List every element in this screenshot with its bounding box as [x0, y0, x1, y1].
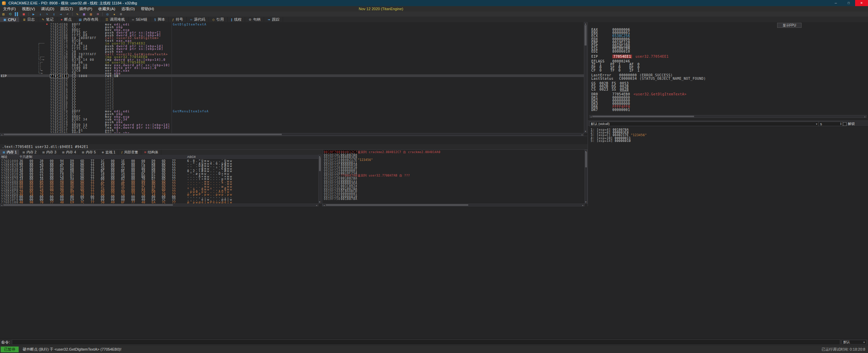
stack-row[interactable]: 0019F7140040217E"123456"	[322, 158, 584, 161]
disasm-row[interactable]: ┆77054ECBE8 7077FAFFcall <user32.GetWind…	[0, 53, 584, 55]
disasm-row[interactable]: ┆77054EC4FF75 14push dword ptr ss:[ebp+1…	[0, 44, 584, 47]
register-row[interactable]: ZF1PF1AF0	[588, 62, 868, 66]
disasm-row[interactable]: 77054EFF6A 01push 1	[0, 129, 584, 131]
disassembly-horizontal-scrollbar[interactable]: ◄►	[0, 133, 584, 136]
disasm-row[interactable]: 77054EE5CCint3	[0, 80, 584, 82]
argument-row[interactable]: 1: [esp+4] 0018078A	[588, 128, 868, 131]
menu-item[interactable]: 插件(P)	[76, 6, 95, 12]
eraser-icon[interactable]: ⌫	[94, 12, 101, 17]
open-file-icon[interactable]: ▤	[0, 12, 7, 17]
register-row[interactable]: GS002BFS0053	[588, 81, 868, 85]
bottom-tab-内存 3[interactable]: ▦内存 3	[40, 150, 59, 155]
search-icon[interactable]: ◎	[104, 12, 111, 17]
register-row[interactable]: DR300000000	[588, 102, 868, 105]
register-row[interactable]: DR200000000	[588, 99, 868, 102]
disasm-row[interactable]: 77054EEACCint3	[0, 93, 584, 96]
tab-句柄[interactable]: ⚙句柄	[245, 17, 264, 22]
disasm-row[interactable]: 77054EF08BFFmov edi,ediGetMenuItemInfoA	[0, 110, 584, 112]
disasm-row[interactable]: ┆┌╌╌77054ED0EB 0Ejmp user32.77054EE0	[0, 55, 584, 58]
disasm-row[interactable]: 77054EEDCCint3	[0, 101, 584, 104]
dump-row[interactable]: 776D10C0200670773009707700000000C0DB7C77…	[0, 190, 318, 193]
disasm-row[interactable]: 77054EECCCint3	[0, 99, 584, 101]
disasm-row[interactable]: 77054EBBE8 10D8F8FFcall <user32.GetDlgIt…	[0, 36, 584, 39]
menu-item[interactable]: 文件(F)	[0, 6, 19, 12]
argument-row[interactable]: 2: [esp+8] 000003E8	[588, 131, 868, 133]
tab-源代码[interactable]: ‹›源代码	[187, 17, 209, 22]
step-out-icon[interactable]: ↥	[51, 12, 57, 17]
menu-item[interactable]: 视图(V)	[19, 6, 38, 12]
disasm-row[interactable]: 77054EE8CCint3	[0, 88, 584, 91]
disasm-row[interactable]: ┆┌╌77054ED674 06je user32.77054EDE	[0, 61, 584, 63]
disasm-row[interactable]: 77054EF38BECmov ebp,esp	[0, 115, 584, 118]
register-row[interactable]: DR6FFFF4FF0	[588, 105, 868, 108]
minimize-button[interactable]: ─	[829, 0, 842, 6]
tab-断点[interactable]: ●断点	[57, 17, 75, 22]
dump-row[interactable]: 776D105020002200F8D76D7718001A00DCD76D77…	[0, 172, 318, 175]
unlock-control[interactable]: 解锁	[843, 122, 855, 126]
bottom-tab-结构体[interactable]: ⊞结构体	[141, 150, 161, 155]
disasm-row[interactable]: └┆╌►77054ED2837D 14 00cmp dword ptr ss:[…	[0, 58, 584, 61]
menu-item[interactable]: 收藏夹(A)	[95, 6, 118, 12]
step-back-icon[interactable]: ↶	[64, 12, 71, 17]
dump-row[interactable]: 776D10701400160028A46D770000020070D76D77…	[0, 177, 318, 180]
argument-row[interactable]: 3: [esp+C] 0040217E "123456"	[588, 133, 868, 136]
disasm-row[interactable]: 77054EB255push ebp	[0, 25, 584, 28]
stack-row[interactable]: 0019F72400000001	[322, 169, 584, 171]
disasm-row[interactable]: 77054EE6CCint3	[0, 82, 584, 85]
stack-row[interactable]: 0019F70C0018078A	[322, 153, 584, 156]
disasm-row[interactable]: 77054EF583EC 34sub esp,34	[0, 118, 584, 120]
favourites-icon[interactable]: ★	[111, 12, 118, 17]
menu-item[interactable]: 帮助(H)	[138, 6, 157, 12]
dump-row[interactable]: 776D10003600380094D96D771C001E0060D96D77…	[0, 159, 318, 162]
dump-row[interactable]: 776D108008000A00A08D6D771C001E00808D6D77…	[0, 180, 318, 183]
register-row[interactable]: CS0023SS002B	[588, 88, 868, 91]
maximize-button[interactable]: □	[842, 0, 855, 6]
run-to-return-icon[interactable]: ⇥	[57, 12, 64, 17]
bottom-tab-局部变量[interactable]: ƒ局部变量	[118, 150, 141, 155]
dump-row[interactable]: 776D10F00000000060E97C770000000040EA7C77…	[0, 198, 318, 201]
stack-pane[interactable]: 0019F708004012C7返回到 crackme2.004012C7 自 …	[322, 150, 588, 206]
disasm-row[interactable]: ┆77054ECA50push eax	[0, 50, 584, 53]
disasm-row[interactable]: 77054EE4CCint3	[0, 77, 584, 80]
stack-row[interactable]: 0019F7400018078A	[322, 187, 584, 190]
unlock-checkbox[interactable]	[843, 122, 847, 126]
register-row[interactable]: DR077054EB0<user32.GetDlgItemTextA>	[588, 92, 868, 95]
argument-count-stepper[interactable]: 5 ▲▼	[818, 122, 843, 126]
menu-item[interactable]: 调试(D)	[38, 6, 57, 12]
register-row[interactable]: ES002BDS002B	[588, 85, 868, 88]
disasm-row[interactable]: EIP77054EE1C2 1000ret 10	[0, 74, 584, 77]
dump-pane[interactable]: ▦内存 1▦内存 2▦内存 3▦内存 4▦内存 5◉监视 1ƒ局部变量⊞结构体 …	[0, 150, 321, 206]
tab-SEH链[interactable]: ∞SEH链	[129, 17, 151, 22]
dump-row[interactable]: 776D106010001200C4D76D7716001800B0D76D77…	[0, 175, 318, 178]
argument-row[interactable]: 5: [esp+14] 80006010	[588, 139, 868, 142]
menu-item[interactable]: 跟踪(T)	[57, 6, 76, 12]
stack-row[interactable]: 0019F7300018078A	[322, 176, 584, 179]
tab-调用堆栈[interactable]: ☰调用堆栈	[102, 17, 129, 22]
dump-row[interactable]: 776D101008002A0034D96D7734003600FCD86D77…	[0, 162, 318, 165]
dump-row[interactable]: 776D1040300032006CD86D770C000E0010D86D77…	[0, 169, 318, 172]
stack-row[interactable]: 0019F74800000001	[322, 192, 584, 195]
disasm-row[interactable]: 77054EEFCCint3	[0, 107, 584, 110]
disasm-row[interactable]: 77054EEECCint3	[0, 104, 584, 107]
run-icon[interactable]: ▶	[30, 12, 37, 17]
stack-row[interactable]: 0019F738000003EA	[322, 182, 584, 184]
disasm-row[interactable]: 77054EF255push ebp	[0, 112, 584, 115]
command-profile-select[interactable]: 默认 ▼	[842, 340, 867, 345]
register-row[interactable]: EBX00000001	[588, 31, 868, 34]
disasm-row[interactable]: ┆└►77054EDE33C0xor eax,eax	[0, 69, 584, 72]
bottom-tab-内存 5[interactable]: ▦内存 5	[79, 150, 99, 155]
tab-CPU[interactable]: ▣CPU	[0, 17, 20, 22]
disasm-row[interactable]: ┆┆77054EDBC600 00mov byte ptr ds:[eax],0	[0, 66, 584, 69]
dump-horizontal-scrollbar[interactable]: ◄►	[0, 204, 318, 206]
settings-icon[interactable]: ⚙	[118, 12, 124, 17]
tab-笔记[interactable]: ✎笔记	[38, 17, 57, 22]
stack-row[interactable]: 0019F71800000011	[322, 161, 584, 164]
stack-row[interactable]: 0019F710000003E8	[322, 155, 584, 158]
menu-item[interactable]: 选项(O)	[118, 6, 138, 12]
tab-符号[interactable]: ƒ符号	[169, 17, 187, 22]
disasm-row[interactable]: 77054EEBCCint3	[0, 96, 584, 99]
tab-跟踪[interactable]: ➟跟踪	[264, 17, 283, 22]
dump-row[interactable]: 776D10D040187077501A70779012707770147077…	[0, 193, 318, 196]
register-row[interactable]: EAX00000006	[588, 28, 868, 31]
disasm-row[interactable]: ┌╌╌╌77054EC274 0Eje user32.77054ED2	[0, 42, 584, 44]
